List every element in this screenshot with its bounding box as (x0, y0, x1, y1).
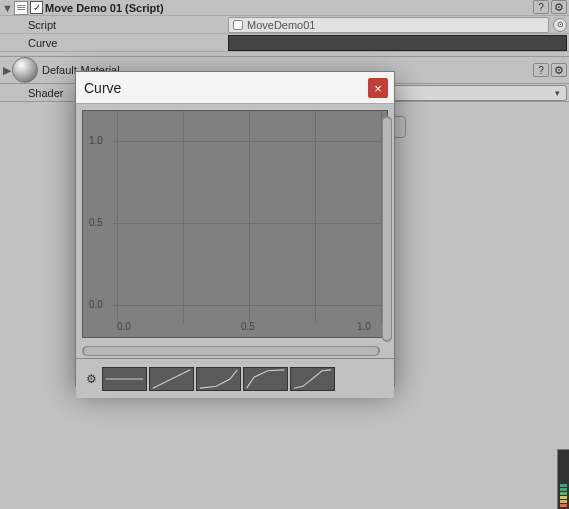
popup-title-bar[interactable]: Curve × (76, 72, 394, 104)
script-icon (14, 1, 28, 15)
curve-canvas[interactable]: 1.0 0.5 0.0 0.0 0.5 1.0 (82, 110, 388, 338)
script-property-row: Script MoveDemo01 ⊙ (0, 16, 569, 34)
curve-editor-popup: Curve × 1.0 0.5 0.0 0.0 0.5 1.0 (75, 71, 395, 387)
curve-label: Curve (28, 37, 228, 49)
curve-property-row: Curve (0, 34, 569, 52)
script-mini-icon (233, 20, 243, 30)
x-tick-0: 0.0 (117, 321, 131, 332)
vertical-scrollbar[interactable] (382, 116, 392, 342)
object-picker-icon[interactable]: ⊙ (553, 18, 567, 32)
preset-ease-out[interactable] (243, 367, 288, 391)
help-icon[interactable]: ? (533, 0, 549, 14)
script-value: MoveDemo01 (247, 19, 315, 31)
preset-ease-in[interactable] (196, 367, 241, 391)
svg-line-1 (153, 369, 191, 387)
y-tick-05: 0.5 (89, 217, 103, 228)
foldout-toggle[interactable]: ▼ (2, 2, 12, 14)
enable-component-checkbox[interactable]: ✓ (30, 1, 43, 14)
close-icon[interactable]: × (368, 78, 388, 98)
material-help-icon[interactable]: ? (533, 63, 549, 77)
curve-grid: 1.0 0.5 0.0 0.0 0.5 1.0 (83, 111, 387, 337)
x-tick-1: 1.0 (357, 321, 371, 332)
preset-linear[interactable] (149, 367, 194, 391)
script-object-field[interactable]: MoveDemo01 (228, 17, 549, 33)
script-label: Script (28, 19, 228, 31)
curve-field[interactable] (228, 35, 567, 51)
material-foldout[interactable]: ▶ (2, 64, 12, 77)
material-gear-icon[interactable]: ⚙ (551, 63, 567, 77)
component-header: ▼ ✓ Move Demo 01 (Script) ? ⚙ (0, 0, 569, 16)
y-tick-0: 0.0 (89, 299, 103, 310)
preset-ease-in-out[interactable] (290, 367, 335, 391)
v-scroll-thumb[interactable] (383, 118, 391, 340)
popup-title: Curve (84, 80, 121, 96)
h-scroll-thumb[interactable] (84, 347, 378, 355)
gear-icon[interactable]: ⚙ (551, 0, 567, 14)
x-tick-05: 0.5 (241, 321, 255, 332)
horizontal-scrollbar[interactable] (82, 346, 380, 356)
preset-flat[interactable] (102, 367, 147, 391)
component-title: Move Demo 01 (Script) (45, 2, 164, 14)
shader-label: Shader (28, 87, 80, 99)
material-sphere-icon (12, 57, 38, 83)
y-tick-1: 1.0 (89, 135, 103, 146)
preset-gear-icon[interactable]: ⚙ (82, 372, 100, 386)
audio-meter (557, 449, 569, 509)
